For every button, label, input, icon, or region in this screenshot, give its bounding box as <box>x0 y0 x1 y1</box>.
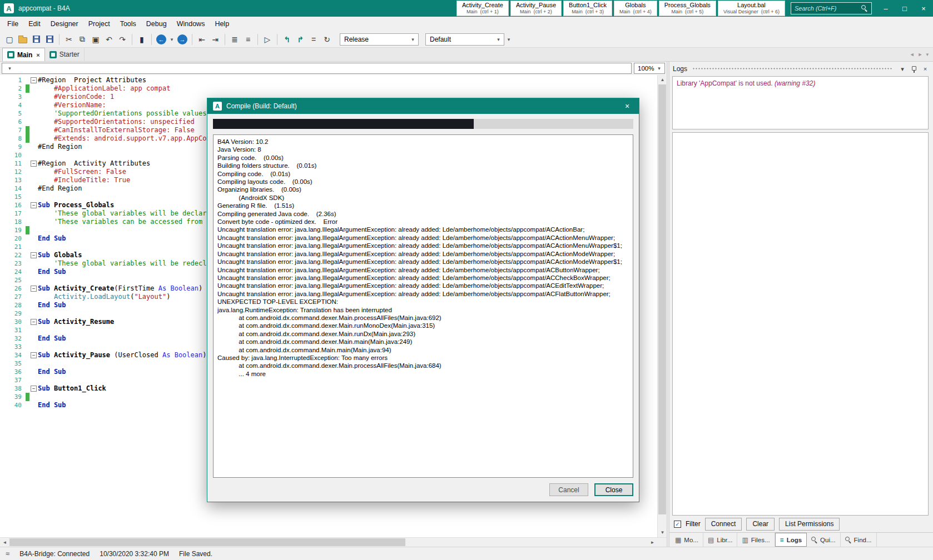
layout-variant-dropdown-icon[interactable]: ▾ <box>505 33 512 46</box>
compile-log-output[interactable]: B4A Version: 10.2Java Version: 8Parsing … <box>213 134 633 478</box>
shortcut-activity-create[interactable]: Activity_CreateMain (ctrl + 1) <box>456 1 509 16</box>
navigate-forward-icon[interactable]: → <box>177 34 187 44</box>
vertical-scroll-thumb[interactable] <box>658 84 666 514</box>
minimize-button[interactable]: – <box>876 0 895 17</box>
maximize-button[interactable]: □ <box>895 0 914 17</box>
jump-to-sub-combo[interactable]: ▾ <box>2 63 632 74</box>
horizontal-scroll-thumb[interactable] <box>9 538 405 546</box>
bookmark-icon[interactable]: ▮ <box>136 33 148 46</box>
shortcut-button1-click[interactable]: Button1_ClickMain (ctrl + 3) <box>563 1 612 16</box>
panel-close-icon[interactable]: × <box>921 66 930 72</box>
horizontal-scroll-track[interactable] <box>9 538 648 546</box>
panel-dropdown-icon[interactable]: ▾ <box>898 66 907 73</box>
list-permissions-button[interactable]: List Permissions <box>779 518 840 531</box>
dialog-close-icon[interactable]: × <box>616 98 639 114</box>
fold-toggle-icon[interactable]: − <box>29 384 38 393</box>
undo-icon[interactable]: ↶ <box>103 33 115 46</box>
navigate-history-dropdown-icon[interactable]: ▾ <box>168 33 175 46</box>
shortcut-process-globals[interactable]: Process_GlobalsMain (ctrl + 5) <box>659 1 716 16</box>
menu-edit[interactable]: Edit <box>23 17 46 31</box>
tab-main[interactable]: Main× <box>2 48 45 61</box>
scroll-down-icon[interactable]: ▼ <box>658 528 667 537</box>
shortcut-layout-bal[interactable]: Layout.balVisual Designer (ctrl + 6) <box>718 1 785 16</box>
comment-icon[interactable]: ≣ <box>229 33 241 46</box>
toolbar-separator <box>277 34 277 45</box>
code-line-1[interactable]: 1−#Region Project Attributes <box>0 76 657 84</box>
menu-windows[interactable]: Windows <box>172 17 210 31</box>
search-input[interactable]: Search (Ctrl+F) <box>791 2 872 14</box>
line-number: 10 <box>0 151 26 159</box>
window-controls: – □ × <box>876 0 933 17</box>
menu-debug[interactable]: Debug <box>141 17 172 31</box>
shortcut-activity-pause[interactable]: Activity_PauseMain (ctrl + 2) <box>510 1 562 16</box>
panel-tab-modules[interactable]: ▦Mo... <box>671 533 703 547</box>
indent-icon[interactable]: ⇥ <box>209 33 221 46</box>
save-icon[interactable] <box>30 33 42 46</box>
profile-select[interactable]: Default ▾ <box>425 33 504 46</box>
menu-project[interactable]: Project <box>83 17 115 31</box>
line-number: 31 <box>0 326 26 334</box>
filter-checkbox[interactable]: ✓ <box>674 521 681 528</box>
compile-dialog: A Compile (Build: Default) × B4A Version… <box>207 98 639 502</box>
clear-button[interactable]: Clear <box>746 518 775 531</box>
fold-toggle-icon[interactable]: − <box>29 201 38 209</box>
editor-vertical-scrollbar[interactable]: ▲ ▼ <box>657 75 667 537</box>
redo-icon[interactable]: ↷ <box>116 33 128 46</box>
menu-designer[interactable]: Designer <box>46 17 83 31</box>
build-configuration-select[interactable]: Release ▾ <box>340 33 419 46</box>
fold-toggle-icon[interactable]: − <box>29 251 38 259</box>
vertical-scroll-track[interactable] <box>658 84 666 528</box>
connect-button[interactable]: Connect <box>705 518 742 531</box>
panel-tab-files[interactable]: ▥Files... <box>737 533 775 547</box>
run-icon[interactable]: ▷ <box>261 33 274 46</box>
log-output-main[interactable] <box>672 132 929 516</box>
outdent-icon[interactable]: ⇤ <box>196 33 208 46</box>
close-dialog-button[interactable]: Close <box>594 483 633 496</box>
open-project-icon[interactable] <box>17 33 29 46</box>
fold-toggle-icon[interactable]: − <box>29 76 38 84</box>
scroll-up-icon[interactable]: ▲ <box>658 75 667 84</box>
shortcut-globals[interactable]: GlobalsMain (ctrl + 4) <box>614 1 657 16</box>
cancel-button[interactable]: Cancel <box>549 483 588 496</box>
tab-scroll-right-icon[interactable]: ► <box>918 52 923 57</box>
compile-timer-icon[interactable]: ↻ <box>321 33 333 46</box>
panel-tab-libraries[interactable]: ▤Libr... <box>703 533 737 547</box>
line-number: 18 <box>0 218 26 226</box>
jump-previous-sub-icon[interactable]: ↰ <box>281 33 293 46</box>
scroll-right-icon[interactable]: ► <box>648 538 657 547</box>
paste-icon[interactable]: ▣ <box>90 33 102 46</box>
new-file-icon[interactable]: ▢ <box>3 33 16 46</box>
menu-help[interactable]: Help <box>210 17 234 31</box>
save-all-icon[interactable] <box>43 33 56 46</box>
fold-toggle-icon[interactable]: − <box>29 284 38 293</box>
tab-scroll-left-icon[interactable]: ◄ <box>910 52 915 57</box>
panel-tab-find-references[interactable]: Find... <box>841 533 877 547</box>
jump-next-sub-icon[interactable]: ↱ <box>294 33 306 46</box>
editor-horizontal-scrollbar[interactable]: ◄ ► <box>0 537 667 547</box>
scroll-left-icon[interactable]: ◄ <box>0 538 9 547</box>
fold-spacer <box>29 101 38 109</box>
log-output-top[interactable]: Library 'AppCompat' is not used. (warnin… <box>672 76 929 129</box>
tab-list-dropdown-icon[interactable]: ▾ <box>926 52 929 57</box>
close-button[interactable]: × <box>914 0 933 17</box>
panel-tab-quick-search[interactable]: Qui... <box>807 533 840 547</box>
fold-toggle-icon[interactable]: − <box>29 318 38 326</box>
fold-toggle-icon[interactable]: − <box>29 351 38 359</box>
panel-tab-logs[interactable]: ≡Logs <box>775 533 807 547</box>
menu-file[interactable]: File <box>2 17 23 31</box>
tab-close-icon[interactable]: × <box>36 52 39 58</box>
compile-log-line: Uncaught translation error: java.lang.Il… <box>217 250 629 258</box>
uncomment-icon[interactable]: ≡ <box>242 33 254 46</box>
copy-icon[interactable]: ⧉ <box>76 33 88 46</box>
menu-tools[interactable]: Tools <box>115 17 141 31</box>
gutter-spacer <box>26 334 29 343</box>
fold-toggle-icon[interactable]: − <box>29 159 38 168</box>
matching-brace-icon[interactable]: = <box>307 33 320 46</box>
editor-zoom-select[interactable]: 100% ▾ <box>634 63 665 74</box>
navigate-back-icon[interactable]: ← <box>156 34 166 44</box>
code-line-2[interactable]: 2 #ApplicationLabel: app compat <box>0 84 657 93</box>
tab-starter[interactable]: Starter <box>45 48 85 61</box>
pin-icon[interactable] <box>911 66 917 73</box>
cut-icon[interactable]: ✂ <box>63 33 75 46</box>
build-configuration-value: Release <box>344 36 409 43</box>
